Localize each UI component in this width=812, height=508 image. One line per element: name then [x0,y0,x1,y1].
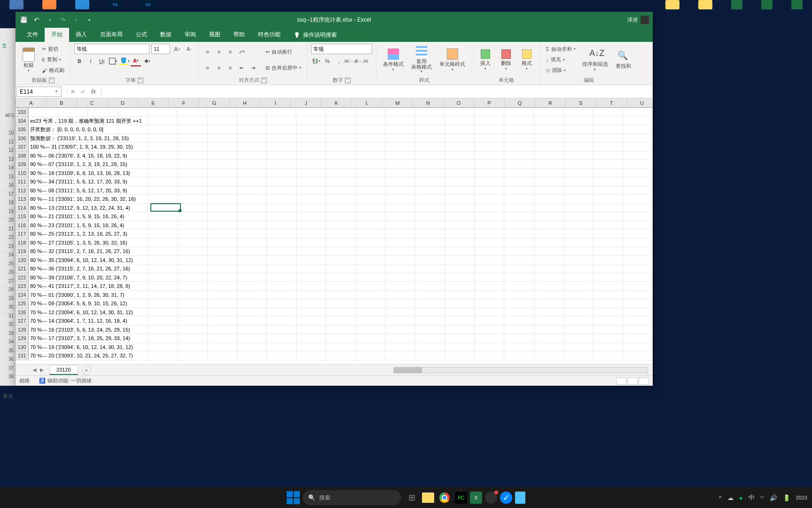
cell[interactable] [356,151,386,160]
tab-review[interactable]: 审阅 [178,28,203,42]
cell[interactable] [475,351,504,360]
cell[interactable] [356,299,386,308]
cell[interactable] [534,143,564,151]
tab-data[interactable]: 数据 [154,28,178,42]
cell[interactable] [445,343,475,351]
cell[interactable] [326,238,356,247]
undo-dropdown-icon[interactable]: ▾ [46,16,54,24]
taskbar-app-explorer[interactable] [422,492,434,503]
cell[interactable] [178,195,208,203]
cell[interactable] [386,195,415,203]
cell[interactable] [386,169,415,177]
normal-view-button[interactable] [616,377,626,385]
cell[interactable] [326,264,356,273]
excel-file-icon[interactable] [761,0,773,9]
cell[interactable] [593,238,623,247]
cell[interactable]: 70 %--- 20 ('23093', 10, 21, 24, 25, 27,… [29,351,59,360]
cell[interactable]: 80 %--- 25 ('23113', 1, 2, 13, 18, 25, 2… [29,230,59,238]
cell[interactable] [445,299,475,308]
cell[interactable] [356,273,386,282]
cell[interactable] [623,177,653,186]
cell[interactable] [208,125,237,134]
qa-customize-icon[interactable]: ▾ [85,16,94,24]
cell[interactable] [267,160,297,168]
cell[interactable] [208,256,237,264]
cell[interactable] [564,273,593,282]
row-header[interactable]: 103 [16,108,29,117]
cell[interactable] [593,143,623,151]
start-button[interactable] [287,491,300,504]
cell[interactable] [178,351,208,360]
row-header[interactable]: 120 [16,256,29,265]
cell[interactable] [237,143,267,151]
cell[interactable] [297,308,326,317]
column-header[interactable]: K [321,98,352,108]
cell[interactable] [564,299,593,308]
cell[interactable] [356,238,386,247]
cell[interactable] [148,195,178,203]
cell[interactable] [297,317,326,325]
cell[interactable] [386,117,415,125]
row-header[interactable]: 118 [16,238,29,247]
cell[interactable] [148,325,178,334]
cell[interactable]: 100 %--- 31 ('23097', 1, 9, 14, 19, 29, … [29,143,59,151]
cell[interactable] [623,343,653,351]
cell[interactable] [475,160,504,168]
cell[interactable] [415,256,445,264]
underline-button[interactable]: U▾ [97,56,107,66]
insert-function-button[interactable]: fx [89,87,98,96]
cell[interactable] [564,282,593,290]
cell[interactable] [445,221,475,230]
cell[interactable] [297,282,326,290]
tab-home[interactable]: 开始 [45,28,69,42]
cell[interactable] [564,204,593,212]
cell[interactable] [623,247,653,255]
cell[interactable] [415,247,445,255]
cell[interactable] [623,169,653,177]
cell[interactable] [208,343,237,351]
cell[interactable]: 80 %--- 23 ('23101', 1, 5, 9, 15, 18, 26… [29,221,59,230]
cell[interactable] [267,195,297,203]
align-right-button[interactable]: ≡ [225,63,235,73]
cell[interactable] [504,160,534,168]
battery-icon[interactable]: 🔋 [783,494,790,501]
column-header[interactable]: I [260,98,291,108]
excel-file-icon[interactable] [791,0,803,9]
folder-icon[interactable] [665,0,679,9]
cell[interactable] [237,343,267,351]
cell[interactable] [326,351,356,360]
indent-inc-button[interactable]: ⇥ [248,63,258,73]
cell[interactable] [326,117,356,125]
cell[interactable] [534,247,564,255]
cell[interactable]: 80 %--- 21 ('23101', 1, 5, 9, 15, 18, 26… [29,212,59,221]
cell[interactable] [386,334,415,342]
cell[interactable] [386,143,415,151]
cell[interactable] [564,143,593,151]
avatar[interactable] [640,16,649,24]
cell[interactable] [534,351,564,360]
column-header[interactable]: P [474,98,505,108]
cell[interactable]: 90 %--- 06 ('23076', 3, 4, 15, 18, 19, 2… [29,151,59,160]
cell[interactable] [178,247,208,255]
cell[interactable] [267,325,297,334]
cell[interactable] [534,282,564,290]
cell[interactable] [178,264,208,273]
taskbar-app-excel[interactable]: X [470,492,482,504]
cell[interactable] [475,308,504,317]
cell[interactable] [267,238,297,247]
cell[interactable] [475,238,504,247]
cell[interactable] [148,264,178,273]
cell[interactable] [504,325,534,334]
cell[interactable] [297,186,326,195]
cell[interactable] [148,212,178,221]
cell[interactable] [564,308,593,317]
volume-icon[interactable]: 🔊 [770,494,777,501]
cell[interactable] [623,186,653,195]
cell[interactable] [504,169,534,177]
cell[interactable] [504,264,534,273]
cell[interactable] [386,264,415,273]
cell[interactable] [208,195,237,203]
bold-button[interactable]: B [74,56,85,66]
cell[interactable] [267,351,297,360]
cell[interactable] [593,212,623,221]
